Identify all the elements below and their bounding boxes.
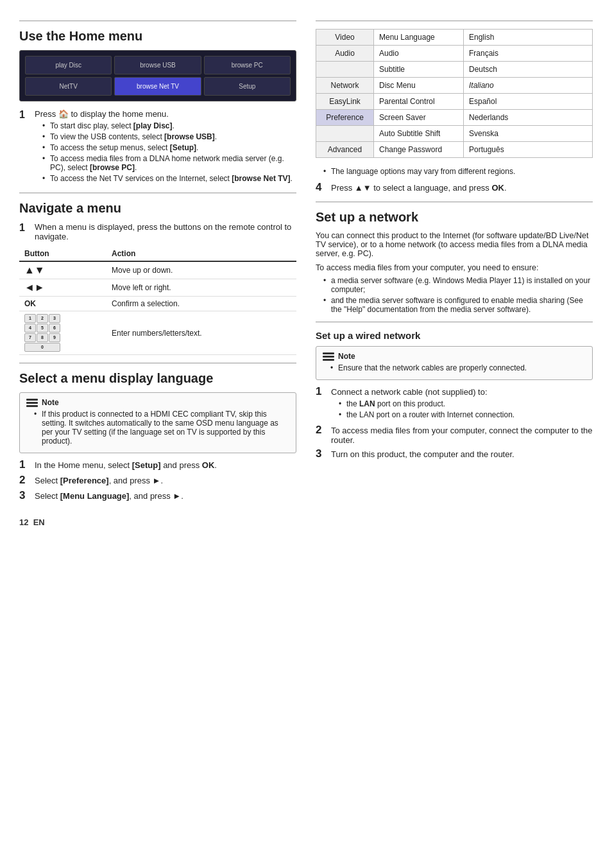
bullet-browse-net-tv: To access the Net TV services on the Int… <box>42 174 296 183</box>
value-svenska: Svenska <box>464 126 593 142</box>
table-row: Preference Screen Saver Nederlands <box>316 110 593 126</box>
table-row: ▲▼ Move up or down. <box>19 261 296 279</box>
value-italiano: Italiano <box>464 78 593 94</box>
wired-note: Note Ensure that the network cables are … <box>316 346 593 380</box>
network-title: Set up a network <box>316 210 593 225</box>
bullet-play-disc: To start disc play, select [play Disc]. <box>42 121 296 130</box>
option-disc-menu: Disc Menu <box>374 78 464 94</box>
tile-setup: Setup <box>204 77 291 96</box>
bullet-setup: To access the setup menus, select [Setup… <box>42 143 296 152</box>
table-row: OK Confirm a selection. <box>19 297 296 311</box>
note-bullets: If this product is connected to a HDMI C… <box>26 410 289 446</box>
wired-step-1: 1 Connect a network cable (not supplied)… <box>316 385 593 421</box>
key-3: 3 <box>49 314 60 323</box>
page-lang: EN <box>33 517 45 527</box>
tile-nettv: NetTV <box>25 77 112 96</box>
page-number: 12 <box>19 517 28 527</box>
action-left-right: Move left or right. <box>106 279 296 297</box>
key-8: 8 <box>37 333 48 342</box>
category-network: Network <box>316 78 374 94</box>
home-menu-image: play Disc browse USB browse PC NetTV bro… <box>19 50 296 101</box>
wired-step-3: 3 Turn on this product, the computer and… <box>316 447 593 460</box>
value-espanol: Español <box>464 94 593 110</box>
key-5: 5 <box>37 324 48 333</box>
value-nederlands: Nederlands <box>464 110 593 126</box>
key-4: 4 <box>24 324 36 333</box>
table-row: EasyLink Parental Control Español <box>316 94 593 110</box>
option-parental-control: Parental Control <box>374 94 464 110</box>
bullet-browse-usb: To view the USB contents, select [browse… <box>42 132 296 141</box>
key-0: 0 <box>24 343 60 352</box>
key-1: 1 <box>24 314 36 323</box>
option-audio: Audio <box>374 46 464 62</box>
button-left-right: ◄► <box>19 279 106 297</box>
tile-browse-usb: browse USB <box>114 56 201 74</box>
value-francais: Français <box>464 46 593 62</box>
category-video: Video <box>316 30 374 46</box>
option-subtitle: Subtitle <box>374 62 464 78</box>
key-7: 7 <box>24 333 36 342</box>
wired-note-header: Note <box>323 352 586 361</box>
step-4: 4 Press ▲▼ to select a language, and pre… <box>316 181 593 194</box>
value-portugues: Português <box>464 142 593 158</box>
action-up-down: Move up or down. <box>106 261 296 279</box>
note-header: Note <box>26 398 289 407</box>
note-text: If this product is connected to a HDMI C… <box>34 410 289 446</box>
left-column: Use the Home menu play Disc browse USB b… <box>19 13 296 505</box>
bullet-lan-product: the LAN port on this product. <box>339 399 514 408</box>
navigation-table: Button Action ▲▼ Move up or down. ◄► Mov… <box>19 247 296 355</box>
category-audio: Audio <box>316 46 374 62</box>
category-empty-1 <box>316 62 374 78</box>
button-up-down: ▲▼ <box>19 261 106 279</box>
value-english: English <box>464 30 593 46</box>
nav-table-header-button: Button <box>19 247 106 261</box>
network-intro2: To access media files from your computer… <box>316 263 593 272</box>
option-screen-saver: Screen Saver <box>374 110 464 126</box>
home-menu-bullets: To start disc play, select [play Disc]. … <box>35 121 296 183</box>
network-intro1: You can connect this product to the Inte… <box>316 231 593 258</box>
home-menu-title: Use the Home menu <box>19 29 296 44</box>
key-6: 6 <box>49 324 60 333</box>
language-note-bullets: The language options may vary from diffe… <box>316 167 593 176</box>
table-row: Video Menu Language English <box>316 30 593 46</box>
select-language-note: Note If this product is connected to a H… <box>19 392 296 453</box>
nav-table-header-action: Action <box>106 247 296 261</box>
network-bullets: a media server software (e.g. Windows Me… <box>316 276 593 314</box>
page-layout: Use the Home menu play Disc browse USB b… <box>19 13 593 505</box>
network-bullet-1: a media server software (e.g. Windows Me… <box>323 276 593 294</box>
value-deutsch: Deutsch <box>464 62 593 78</box>
wired-network-title: Set up a wired network <box>316 330 593 341</box>
table-row: Network Disc Menu Italiano <box>316 78 593 94</box>
tile-browse-net-tv: browse Net TV <box>114 77 201 96</box>
table-row: Auto Subtitle Shift Svenska <box>316 126 593 142</box>
table-row: 1 2 3 4 5 6 7 8 9 0 Enter numbers/letter <box>19 311 296 355</box>
lang-step-3: 3 Select [Menu Language], and press ►. <box>19 489 296 502</box>
lang-step-2: 2 Select [Preference], and press ►. <box>19 474 296 487</box>
lang-step-1: 1 In the Home menu, select [Setup] and p… <box>19 458 296 471</box>
note-icon <box>26 399 38 407</box>
wired-step-2: 2 To access media files from your comput… <box>316 424 593 445</box>
category-easylink: EasyLink <box>316 94 374 110</box>
category-empty-2 <box>316 126 374 142</box>
action-keypad: Enter numbers/letters/text. <box>106 311 296 355</box>
bullet-lan-router: the LAN port on a router with Internet c… <box>339 410 514 419</box>
right-column: Video Menu Language English Audio Audio … <box>316 13 593 505</box>
wired-note-bullets: Ensure that the network cables are prope… <box>323 363 586 372</box>
language-note-text: The language options may vary from diffe… <box>323 167 593 176</box>
table-row: Audio Audio Français <box>316 46 593 62</box>
option-auto-subtitle: Auto Subtitle Shift <box>374 126 464 142</box>
navigate-step1: 1 When a menu is displayed, press the bu… <box>19 222 296 241</box>
tile-browse-pc: browse PC <box>204 56 291 74</box>
action-ok: Confirm a selection. <box>106 297 296 311</box>
table-row: Advanced Change Password Português <box>316 142 593 158</box>
button-ok: OK <box>19 297 106 311</box>
network-bullet-2: and the media server software is configu… <box>323 296 593 314</box>
settings-table: Video Menu Language English Audio Audio … <box>316 29 593 158</box>
option-menu-language: Menu Language <box>374 30 464 46</box>
wired-note-text: Ensure that the network cables are prope… <box>330 363 586 372</box>
navigate-menu-title: Navigate a menu <box>19 201 296 216</box>
key-9: 9 <box>49 333 60 342</box>
wired-step-1-bullets: the LAN port on this product. the LAN po… <box>331 399 514 419</box>
note-icon <box>323 352 334 361</box>
select-language-title: Select a menu display language <box>19 371 296 386</box>
